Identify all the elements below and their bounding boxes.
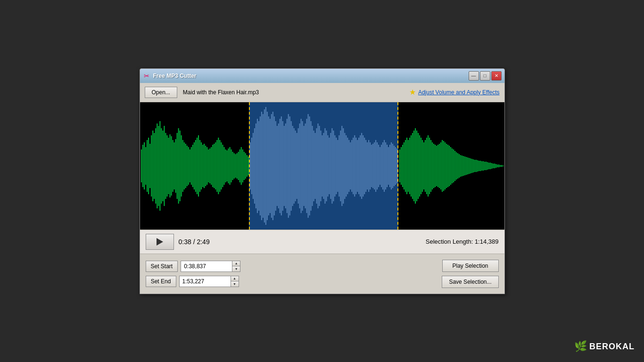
svg-rect-249 [387, 145, 388, 166]
set-end-button[interactable]: Set End [146, 276, 176, 287]
svg-rect-413 [471, 159, 472, 166]
svg-rect-280 [282, 166, 283, 211]
adjust-link[interactable]: Adjust Volume and Apply Effects [418, 89, 500, 96]
svg-rect-134 [223, 166, 224, 185]
svg-rect-509 [503, 166, 504, 166]
start-spinner-up[interactable]: ▲ [232, 261, 240, 267]
svg-rect-465 [440, 166, 441, 189]
svg-rect-461 [435, 166, 436, 187]
svg-rect-250 [388, 147, 389, 166]
svg-rect-93 [165, 166, 166, 199]
svg-rect-223 [350, 142, 351, 166]
svg-rect-55 [219, 140, 220, 166]
svg-rect-417 [477, 160, 478, 166]
svg-rect-69 [239, 149, 240, 166]
svg-rect-320 [339, 166, 340, 197]
play-button[interactable] [146, 234, 174, 250]
window-title: Free MP3 Cutter [153, 73, 197, 79]
save-selection-button[interactable]: Save Selection... [442, 276, 498, 288]
end-spinner-up[interactable]: ▲ [231, 276, 239, 282]
svg-rect-181 [291, 121, 292, 166]
svg-rect-94 [166, 166, 167, 197]
svg-rect-272 [271, 166, 272, 218]
svg-rect-246 [382, 142, 383, 166]
svg-rect-463 [438, 166, 438, 187]
svg-rect-488 [473, 166, 474, 173]
minimize-button[interactable]: — [469, 71, 479, 81]
svg-rect-190 [304, 126, 305, 166]
svg-rect-385 [432, 142, 433, 166]
svg-rect-20 [169, 134, 170, 166]
svg-rect-207 [328, 135, 329, 166]
svg-rect-348 [378, 166, 379, 187]
end-time-input[interactable] [179, 276, 231, 287]
svg-rect-214 [338, 140, 339, 166]
svg-rect-228 [357, 140, 358, 166]
close-button[interactable]: ✕ [491, 71, 502, 81]
svg-rect-316 [333, 166, 334, 201]
svg-rect-361 [396, 166, 397, 183]
play-selection-button[interactable]: Play Selection [442, 260, 499, 272]
svg-rect-476 [456, 166, 457, 180]
titlebar: ✂ Free MP3 Cutter — □ ✕ [140, 69, 504, 83]
svg-rect-460 [433, 166, 434, 188]
svg-rect-271 [270, 166, 271, 213]
svg-rect-505 [497, 166, 498, 167]
svg-rect-306 [319, 166, 320, 206]
svg-rect-188 [301, 119, 302, 166]
svg-rect-359 [394, 166, 395, 186]
svg-rect-145 [239, 166, 240, 182]
maximize-button[interactable]: □ [480, 71, 490, 81]
svg-rect-292 [299, 166, 300, 208]
svg-rect-267 [264, 166, 265, 222]
svg-rect-119 [202, 166, 203, 187]
end-spinner-down[interactable]: ▼ [231, 281, 239, 287]
set-start-button[interactable]: Set Start [146, 261, 178, 272]
svg-rect-232 [363, 135, 364, 166]
svg-rect-503 [494, 166, 495, 168]
svg-rect-426 [490, 163, 491, 166]
open-button[interactable]: Open... [145, 87, 177, 98]
svg-rect-160 [261, 112, 262, 166]
svg-rect-175 [282, 121, 283, 166]
svg-rect-221 [347, 138, 348, 166]
waveform-container[interactable] [140, 102, 504, 230]
svg-rect-459 [432, 166, 433, 189]
svg-rect-450 [419, 166, 420, 197]
svg-rect-405 [460, 155, 461, 166]
svg-rect-269 [267, 166, 268, 220]
svg-rect-455 [426, 166, 427, 194]
svg-rect-212 [335, 135, 336, 166]
start-spinner-down[interactable]: ▼ [232, 266, 240, 272]
svg-rect-150 [246, 166, 247, 177]
svg-rect-406 [462, 156, 462, 166]
svg-rect-51 [214, 144, 215, 166]
svg-rect-501 [491, 166, 492, 169]
svg-rect-165 [268, 116, 269, 166]
svg-rect-256 [396, 148, 397, 166]
svg-rect-177 [285, 123, 286, 166]
svg-rect-8 [152, 131, 153, 166]
start-time-input[interactable] [181, 261, 232, 272]
svg-rect-380 [425, 140, 426, 166]
svg-rect-104 [181, 166, 182, 197]
svg-rect-480 [462, 166, 462, 176]
svg-rect-368 [408, 140, 409, 166]
svg-rect-170 [275, 121, 276, 166]
svg-rect-33 [188, 147, 189, 166]
svg-rect-371 [412, 133, 413, 166]
svg-rect-268 [265, 166, 266, 225]
svg-rect-113 [193, 166, 194, 189]
svg-rect-356 [389, 166, 390, 187]
svg-rect-89 [159, 166, 160, 211]
svg-rect-28 [181, 135, 182, 166]
svg-rect-116 [198, 166, 199, 197]
svg-rect-307 [321, 166, 322, 201]
svg-rect-147 [242, 166, 243, 182]
svg-rect-468 [445, 166, 446, 189]
svg-rect-58 [223, 147, 224, 166]
star-icon: ★ [409, 88, 416, 97]
svg-rect-47 [208, 149, 209, 166]
svg-rect-454 [425, 166, 426, 192]
svg-rect-21 [171, 136, 172, 166]
